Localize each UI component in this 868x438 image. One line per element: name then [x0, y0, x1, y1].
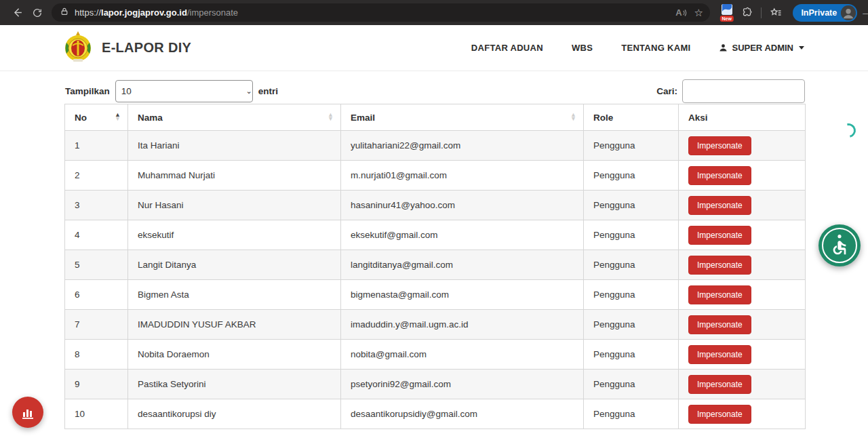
table-head: No ▲▼ Nama ▲▼ Email ▲▼ Role Aksi	[65, 104, 806, 131]
nav-wbs[interactable]: WBS	[572, 43, 593, 53]
refresh-icon[interactable]	[27, 3, 47, 23]
cell-aksi: Impersonate	[679, 220, 806, 250]
loading-spinner	[839, 121, 859, 140]
sort-icon-nama[interactable]: ▲▼	[328, 113, 334, 121]
cell-no: 5	[65, 250, 128, 280]
url-path: /impersonate	[187, 7, 238, 18]
table-row: 3 Nur Hasani hasaninur41@yahoo.com Pengg…	[65, 191, 806, 220]
entries-select[interactable]: 10	[115, 80, 253, 102]
cell-nama: eksekutif	[128, 220, 341, 250]
cell-aksi: Impersonate	[679, 399, 806, 429]
cell-email: nobita@gmail.com	[341, 340, 584, 370]
impersonate-button[interactable]: Impersonate	[688, 375, 751, 394]
cell-role: Pengguna	[584, 280, 679, 310]
cell-role: Pengguna	[584, 220, 679, 250]
inprivate-label: InPrivate	[801, 8, 837, 18]
length-suffix: entri	[258, 86, 278, 96]
brand-title: E-LAPOR DIY	[102, 40, 191, 56]
toolbar-divider	[761, 7, 762, 18]
inprivate-badge[interactable]: InPrivate	[793, 4, 857, 22]
url-host: lapor.jogjaprov.go.id	[101, 7, 187, 18]
cell-no: 1	[65, 131, 128, 161]
new-badge: New	[720, 16, 734, 22]
cell-aksi: Impersonate	[679, 340, 806, 370]
cell-aksi: Impersonate	[679, 131, 806, 161]
cell-aksi: Impersonate	[679, 370, 806, 399]
brand[interactable]: E-LAPOR DIY	[64, 31, 191, 66]
cell-no: 10	[65, 399, 128, 429]
cell-email: hasaninur41@yahoo.com	[341, 191, 584, 220]
user-icon	[719, 43, 728, 52]
impersonate-button[interactable]: Impersonate	[688, 196, 751, 215]
extensions-puzzle-icon[interactable]	[736, 3, 757, 23]
address-bar[interactable]: https://lapor.jogjaprov.go.id/impersonat…	[52, 3, 710, 22]
cell-aksi: Impersonate	[679, 310, 806, 340]
back-icon[interactable]	[7, 3, 27, 23]
cell-email: psetyorini92@gmail.com	[341, 370, 584, 399]
impersonate-button[interactable]: Impersonate	[688, 136, 751, 155]
column-header-no[interactable]: No ▲▼	[65, 104, 128, 131]
cell-email: eksekutif@gmail.com	[341, 220, 584, 250]
favorite-star-icon[interactable]: ☆	[694, 7, 703, 19]
cell-nama: Ita Hariani	[128, 131, 341, 161]
read-aloud-icon[interactable]: A	[675, 7, 687, 18]
profile-avatar[interactable]	[841, 5, 856, 20]
impersonate-button[interactable]: Impersonate	[688, 256, 751, 275]
cell-nama: Pastika Setyorini	[128, 370, 341, 399]
toolbar-overflow-partial-icon[interactable]: –	[863, 7, 868, 18]
cell-role: Pengguna	[584, 310, 679, 340]
table-row: 9 Pastika Setyorini psetyorini92@gmail.c…	[65, 370, 806, 399]
column-header-nama[interactable]: Nama ▲▼	[128, 104, 341, 131]
cell-role: Pengguna	[584, 399, 679, 429]
search-label: Cari:	[656, 86, 677, 96]
cell-email: bigmenasta@gmail.com	[341, 280, 584, 310]
cell-aksi: Impersonate	[679, 191, 806, 220]
cell-nama: Muhammad Nurjati	[128, 161, 341, 191]
impersonate-button[interactable]: Impersonate	[688, 226, 751, 245]
table-row: 1 Ita Hariani yulitahariani22@gmail.com …	[65, 131, 806, 161]
sort-icon-email[interactable]: ▲▼	[570, 113, 576, 121]
statistics-fab[interactable]	[12, 397, 43, 428]
cell-nama: IMADUDDIN YUSUF AKBAR	[128, 310, 341, 340]
cell-nama: desaantikorupsi diy	[128, 399, 341, 429]
cell-aksi: Impersonate	[679, 161, 806, 191]
table-row: 4 eksekutif eksekutif@gmail.com Pengguna…	[65, 220, 806, 250]
column-header-role[interactable]: Role	[584, 104, 679, 131]
cell-aksi: Impersonate	[679, 250, 806, 280]
impersonate-button[interactable]: Impersonate	[688, 315, 751, 334]
nav-tentang-kami[interactable]: TENTANG KAMI	[621, 43, 690, 53]
accessibility-ring	[822, 228, 857, 263]
user-menu[interactable]: SUPER ADMIN	[719, 43, 804, 53]
cell-no: 7	[65, 310, 128, 340]
sort-icon-no[interactable]: ▲▼	[115, 113, 121, 121]
column-header-email[interactable]: Email ▲▼	[341, 104, 584, 131]
lock-icon[interactable]	[60, 7, 69, 19]
main-content: Tampilkan 10 ⌄ entri Cari: No ▲▼ Nama	[0, 71, 868, 438]
search-input[interactable]	[682, 79, 805, 103]
cell-role: Pengguna	[584, 131, 679, 161]
cell-role: Pengguna	[584, 191, 679, 220]
table-row: 2 Muhammad Nurjati m.nurjati01@gmail.com…	[65, 161, 806, 191]
favorites-list-icon[interactable]	[766, 3, 786, 23]
table-body: 1 Ita Hariani yulitahariani22@gmail.com …	[65, 131, 806, 429]
user-menu-label: SUPER ADMIN	[732, 43, 793, 53]
impersonate-button[interactable]: Impersonate	[688, 345, 751, 364]
impersonate-button[interactable]: Impersonate	[688, 405, 751, 424]
impersonate-button[interactable]: Impersonate	[688, 285, 751, 304]
diy-emblem-logo	[64, 31, 92, 66]
nav-daftar-aduan[interactable]: DAFTAR ADUAN	[471, 43, 543, 53]
cell-no: 8	[65, 340, 128, 370]
table-row: 8 Nobita Doraemon nobita@gmail.com Pengg…	[65, 340, 806, 370]
cell-role: Pengguna	[584, 370, 679, 399]
url-text: https://lapor.jogjaprov.go.id/impersonat…	[75, 7, 675, 18]
cell-nama: Nobita Doraemon	[128, 340, 341, 370]
extension-new-icon[interactable]: New	[719, 4, 734, 22]
impersonate-button[interactable]: Impersonate	[688, 166, 751, 185]
accessibility-widget-button[interactable]	[818, 224, 861, 266]
table-controls: Tampilkan 10 ⌄ entri Cari:	[65, 77, 805, 104]
cell-aksi: Impersonate	[679, 280, 806, 310]
users-table: No ▲▼ Nama ▲▼ Email ▲▼ Role Aksi 1 Ita H…	[64, 104, 806, 429]
cell-no: 3	[65, 191, 128, 220]
cell-email: desaantikorupsidiy@gmail.com	[341, 399, 584, 429]
cell-nama: Nur Hasani	[128, 191, 341, 220]
